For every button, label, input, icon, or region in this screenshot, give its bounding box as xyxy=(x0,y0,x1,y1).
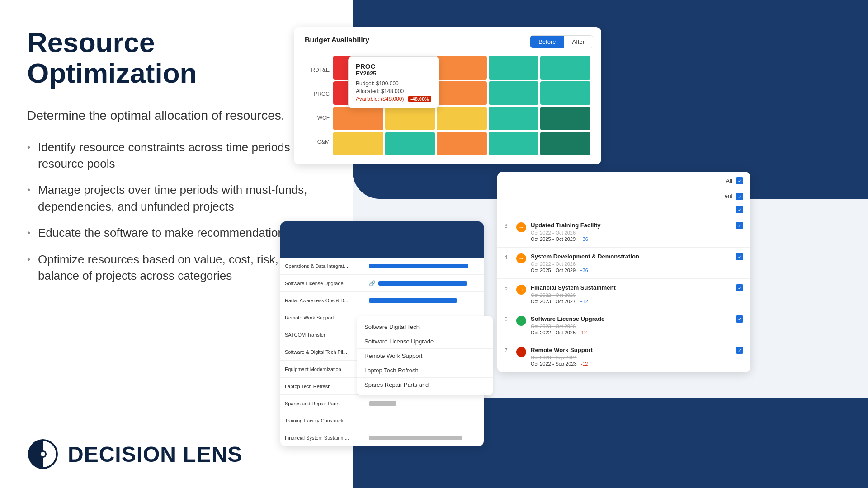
gantt-bar-area-10 xyxy=(369,417,479,424)
list-num-5: 5 xyxy=(505,285,512,291)
list-item-date-new-7: Oct 2022 - Sep 2023 -12 xyxy=(531,361,731,366)
heatmap-row-3 xyxy=(333,107,590,130)
tooltip-allocated: Allocated: $148,000 xyxy=(356,88,431,94)
list-checkbox-4[interactable]: ✓ xyxy=(736,253,743,260)
cell-1-3 xyxy=(437,56,487,80)
cell-3-2 xyxy=(385,107,435,130)
cell-2-3 xyxy=(437,81,487,105)
gantt-row-9: Spares and Repair Parts xyxy=(280,395,484,412)
list-checkbox-3[interactable]: ✓ xyxy=(736,222,743,229)
gantt-row-11: Financial System Sustainm... xyxy=(280,429,484,446)
list-num-4: 4 xyxy=(505,254,512,260)
arrow-icon-3: → xyxy=(516,222,526,232)
list-item-title-7: Remote Work Support xyxy=(531,347,731,353)
names-panel-item-2: Software License Upgrade xyxy=(357,334,493,349)
second-label-row: ent ✓ xyxy=(497,190,750,203)
page-title: Resource Optimization xyxy=(27,27,326,89)
heatmap-label-proc: PROC xyxy=(305,91,330,97)
second-checkbox[interactable]: ✓ xyxy=(736,193,743,200)
names-panel-item-1: Software Digital Tech xyxy=(357,320,493,334)
gantt-bar-2 xyxy=(378,281,467,286)
bullet-item-1: Identify resource constraints across tim… xyxy=(27,139,326,172)
list-num-6: 6 xyxy=(505,316,512,323)
gantt-bar-area-3 xyxy=(369,297,479,304)
list-item-5: 5 → Financial System Sustainment Oct 202… xyxy=(497,279,750,310)
gantt-name-4: Remote Work Support xyxy=(285,315,366,320)
gantt-bar-area-9 xyxy=(369,400,479,407)
tooltip-available-label: Available: xyxy=(356,96,379,102)
svg-point-2 xyxy=(41,452,45,456)
gantt-name-11: Financial System Sustainm... xyxy=(285,435,366,441)
names-panel-item-3: Remote Work Support xyxy=(357,349,493,363)
gantt-name-6: Software & Digital Tech Pil... xyxy=(285,349,366,355)
tooltip-fy: FY2025 xyxy=(356,70,431,77)
gantt-row-2: Software License Upgrade 🔗 xyxy=(280,275,484,292)
gantt-row-10: Training Facility Constructi... xyxy=(280,412,484,429)
cell-2-4 xyxy=(489,81,539,105)
list-item-title-6: Software License Upgrade xyxy=(531,315,731,322)
list-checkbox-6[interactable]: ✓ xyxy=(736,315,743,323)
gantt-row-3: Radar Awareness Ops & D... xyxy=(280,292,484,309)
tooltip-pct: -48.00% xyxy=(408,96,431,102)
gantt-bar-11 xyxy=(369,436,462,440)
list-item-date-new-5: Oct 2023 - Oct 2027 +12 xyxy=(531,299,731,304)
list-item-title-4: System Development & Demonstration xyxy=(531,253,731,260)
gantt-name-9: Spares and Repair Parts xyxy=(285,401,366,406)
third-checkbox[interactable]: ✓ xyxy=(736,206,743,213)
gantt-name-5: SATCOM Transfer xyxy=(285,332,366,338)
arrow-icon-6: ← xyxy=(516,316,526,326)
intro-text: Determine the optimal allocation of reso… xyxy=(27,107,326,124)
tooltip-available-value: ($48,000) xyxy=(381,96,404,102)
list-checkbox-7[interactable]: ✓ xyxy=(736,347,743,354)
cell-4-5 xyxy=(540,132,590,155)
list-header-label: All xyxy=(726,178,732,184)
names-panel: Software Digital Tech Software License U… xyxy=(357,316,493,395)
tooltip-available: Available: ($48,000) -48.00% xyxy=(356,96,431,102)
before-after-toggle[interactable]: Before After xyxy=(530,35,593,48)
before-button[interactable]: Before xyxy=(530,36,564,48)
gantt-header xyxy=(280,221,484,258)
list-item-content-4: System Development & Demonstration Oct 2… xyxy=(531,253,731,273)
gantt-name-8: Laptop Tech Refresh xyxy=(285,384,366,389)
list-item-content-6: Software License Upgrade Oct 2023 - Oct … xyxy=(531,315,731,335)
cell-4-2 xyxy=(385,132,435,155)
list-card: All ✓ ent ✓ ✓ 3 → Updated Training Facil… xyxy=(497,172,750,372)
gantt-bar-area-1 xyxy=(369,263,479,270)
list-item-date-old-6: Oct 2023 - Oct 2026 xyxy=(531,324,731,329)
heatmap-container: RDT&E PROC WCF O&M xyxy=(305,56,590,155)
gantt-name-10: Training Facility Constructi... xyxy=(285,418,366,423)
gantt-name-1: Operations & Data Integrat... xyxy=(285,263,366,269)
list-item-6: 6 ← Software License Upgrade Oct 2023 - … xyxy=(497,310,750,341)
list-item-date-old-3: Oct 2022 - Oct 2026 xyxy=(531,230,731,235)
list-item-4: 4 → System Development & Demonstration O… xyxy=(497,248,750,279)
tooltip-title: PROC xyxy=(356,62,431,70)
tooltip-budget-value: $100,000 xyxy=(376,80,399,87)
list-item-badge-7: -12 xyxy=(581,361,588,366)
list-item-date-old-7: Oct 2023 - Sep 2024 xyxy=(531,355,731,360)
list-item-date-new-6: Oct 2022 - Oct 2025 -12 xyxy=(531,330,731,335)
list-item-badge-3: +36 xyxy=(580,236,588,242)
cell-3-4 xyxy=(489,107,539,130)
after-button[interactable]: After xyxy=(564,36,593,48)
tooltip-allocated-label: Allocated: xyxy=(356,88,380,94)
list-item-badge-4: +36 xyxy=(580,267,588,273)
cell-1-4 xyxy=(489,56,539,80)
cell-4-3 xyxy=(437,132,487,155)
list-item-content-7: Remote Work Support Oct 2023 - Sep 2024 … xyxy=(531,347,731,366)
gantt-bar-1 xyxy=(369,264,468,268)
gantt-bar-3 xyxy=(369,298,457,303)
gantt-name-3: Radar Awareness Ops & D... xyxy=(285,298,366,303)
link-icon-2: 🔗 xyxy=(369,280,376,286)
heatmap-label-oam: O&M xyxy=(305,139,330,145)
budget-chart-title: Budget Availability xyxy=(305,36,369,44)
second-item-label: ent xyxy=(725,193,732,200)
list-checkbox-5[interactable]: ✓ xyxy=(736,284,743,291)
list-item-7: 7 ← Remote Work Support Oct 2023 - Sep 2… xyxy=(497,341,750,372)
list-num-3: 3 xyxy=(505,223,512,229)
logo-text: DECISION LENS xyxy=(68,442,242,467)
tooltip-budget: Budget: $100,000 xyxy=(356,80,431,87)
cell-1-5 xyxy=(540,56,590,80)
list-item-date-new-4: Oct 2025 - Oct 2029 +36 xyxy=(531,267,731,273)
list-num-7: 7 xyxy=(505,347,512,354)
all-checkbox[interactable]: ✓ xyxy=(736,177,743,184)
